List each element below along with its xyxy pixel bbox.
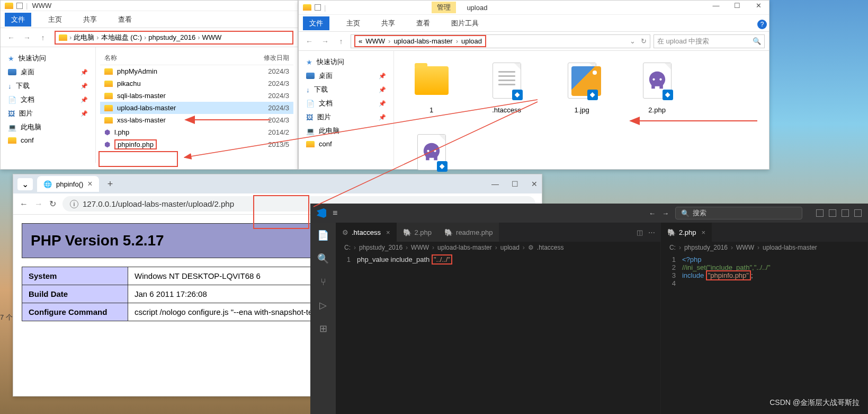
reload-button[interactable]: ↻ <box>49 199 56 209</box>
tab-2php[interactable]: 🐘2.php× <box>661 223 712 242</box>
minimize-button[interactable]: — <box>491 180 499 188</box>
col-name[interactable]: 名称 <box>104 54 117 63</box>
nav-back[interactable]: ← <box>649 209 656 217</box>
sidebar-thispc[interactable]: 💻此电脑 <box>5 120 91 134</box>
ribbon-home[interactable]: 主页 <box>44 13 66 27</box>
menu-icon[interactable]: ≡ <box>333 208 337 218</box>
crumb[interactable]: 此电脑 <box>74 33 94 42</box>
file-row[interactable]: sqli-labs-master2024/3 <box>100 90 293 102</box>
file-row[interactable]: pikachu2024/3 <box>100 77 293 90</box>
back-button[interactable]: ← <box>20 199 28 209</box>
code-area[interactable]: 1 php_value include_path "../../" <box>336 253 660 266</box>
crumb[interactable]: upload-labs-master <box>393 37 452 45</box>
ribbon-view[interactable]: 查看 <box>114 13 136 27</box>
sidebar-conf[interactable]: conf <box>303 138 389 150</box>
tab-readme[interactable]: 🐘readme.php <box>438 223 499 242</box>
breadcrumb[interactable]: C:› phpstudy_2016› WWW› upload-labs-mast… <box>661 242 867 253</box>
ribbon-file[interactable]: 文件 <box>5 13 31 27</box>
ribbon-share[interactable]: 共享 <box>377 16 399 30</box>
up-button[interactable]: ↑ <box>37 31 49 44</box>
ribbon-share[interactable]: 共享 <box>79 13 101 27</box>
panel-icon[interactable] <box>854 209 862 217</box>
tab-2php[interactable]: 🐘2.php <box>397 223 439 242</box>
sidebar-desktop[interactable]: 桌面📌 <box>5 65 91 79</box>
minimize-button[interactable]: — <box>708 2 724 10</box>
explorer-icon[interactable]: 📄 <box>317 229 329 242</box>
back-button[interactable]: ← <box>5 31 17 44</box>
browser-tab[interactable]: 🌐 phpinfo() × <box>37 176 99 192</box>
sidebar-desktop[interactable]: 桌面📌 <box>303 69 389 83</box>
panel-icon[interactable] <box>829 209 836 217</box>
quick-access[interactable]: ★快速访问 <box>5 51 91 65</box>
icon-item[interactable]: 1.jpg <box>553 59 611 114</box>
chevron-icon: › <box>96 33 99 41</box>
icon-item[interactable]: .htaccess <box>478 59 536 114</box>
crumb[interactable]: phpstudy_2016 <box>148 33 195 41</box>
sidebar-pictures[interactable]: 🖼图片📌 <box>303 110 389 124</box>
crumb[interactable]: upload <box>461 37 482 45</box>
panel-icon[interactable] <box>816 209 824 217</box>
search-icon[interactable]: 🔍 <box>317 252 329 265</box>
close-button[interactable]: ✕ <box>750 2 767 10</box>
debug-icon[interactable]: ▷ <box>317 299 329 312</box>
code-area[interactable]: 1 2 3 4 <?php //ini_set("include_path","… <box>661 253 867 289</box>
sidebar-downloads[interactable]: ↓下载📌 <box>303 83 389 96</box>
split-icon[interactable]: ◫ <box>637 228 643 236</box>
file-row[interactable]: ⬢l.php2014/2 <box>100 126 293 138</box>
checkbox-icon[interactable] <box>315 4 321 11</box>
tab-dropdown[interactable]: ⌄ <box>17 178 33 190</box>
ribbon-home[interactable]: 主页 <box>342 16 364 30</box>
help-icon[interactable]: ? <box>757 20 767 29</box>
forward-button[interactable]: → <box>21 31 33 44</box>
tab-htaccess[interactable]: ⚙.htaccess× <box>336 223 397 242</box>
info-icon[interactable]: i <box>70 200 78 208</box>
dropdown-icon[interactable]: ⌄ <box>630 37 636 45</box>
close-tab-icon[interactable]: × <box>87 179 92 189</box>
forward-button[interactable]: → <box>319 35 332 48</box>
sidebar-thispc[interactable]: 💻此电脑 <box>303 124 389 138</box>
sidebar-documents[interactable]: 📄文档📌 <box>5 93 91 107</box>
manage-tab[interactable]: 管理 <box>432 2 456 13</box>
cell-key: System <box>22 267 128 285</box>
icon-item[interactable]: 2.php <box>628 59 686 114</box>
search-input[interactable]: 在 upload 中搜索 🔍 <box>654 34 765 48</box>
crumb[interactable]: WWW <box>365 37 385 45</box>
back-button[interactable]: ← <box>303 35 316 48</box>
sidebar-downloads[interactable]: ↓下载📌 <box>5 79 91 93</box>
file-name: xss-labs-master <box>117 116 166 124</box>
icon-item[interactable]: 1 <box>402 59 461 114</box>
sidebar-conf[interactable]: conf <box>5 134 91 146</box>
close-icon[interactable]: × <box>701 228 705 236</box>
breadcrumb[interactable]: › 此电脑 › 本地磁盘 (C:) › phpstudy_2016 › WWW <box>55 31 293 45</box>
up-button[interactable]: ↑ <box>335 35 347 48</box>
crumb[interactable]: WWW <box>202 33 222 41</box>
sidebar-documents[interactable]: 📄文档📌 <box>303 96 389 110</box>
maximize-button[interactable]: ☐ <box>512 180 518 188</box>
crumb[interactable]: 本地磁盘 (C:) <box>101 33 142 42</box>
checkbox-icon[interactable] <box>16 3 23 9</box>
file-row[interactable]: ⬢phpinfo.php2013/5 <box>100 138 293 151</box>
command-search[interactable]: 🔍搜索 <box>675 207 802 219</box>
more-icon[interactable]: ⋯ <box>648 228 655 236</box>
ribbon-pictools[interactable]: 图片工具 <box>447 16 483 30</box>
ribbon-file[interactable]: 文件 <box>303 16 329 30</box>
breadcrumb[interactable]: C:› phpstudy_2016› WWW› upload-labs-mast… <box>336 242 660 253</box>
close-icon[interactable]: × <box>386 228 390 236</box>
file-row[interactable]: upload-labs-master2024/3 <box>100 102 293 114</box>
file-row[interactable]: phpMyAdmin2024/3 <box>100 65 293 77</box>
extensions-icon[interactable]: ⊞ <box>317 322 329 335</box>
ribbon-view[interactable]: 查看 <box>412 16 434 30</box>
refresh-icon[interactable]: ↻ <box>641 37 647 45</box>
file-row[interactable]: xss-labs-master2024/3 <box>100 114 293 126</box>
new-tab-button[interactable]: + <box>103 179 118 190</box>
col-date[interactable]: 修改日期 <box>264 54 289 63</box>
nav-forward[interactable]: → <box>662 209 669 217</box>
maximize-button[interactable]: ☐ <box>729 2 746 10</box>
close-button[interactable]: ✕ <box>531 180 538 188</box>
forward-button[interactable]: → <box>34 199 43 209</box>
panel-icon[interactable] <box>842 209 849 217</box>
source-control-icon[interactable]: ⑂ <box>317 276 329 288</box>
breadcrumb[interactable]: « WWW › upload-labs-master › upload ⌄ ↻ <box>351 34 650 48</box>
quick-access[interactable]: ★快速访问 <box>303 55 389 69</box>
sidebar-pictures[interactable]: 🖼图片📌 <box>5 107 91 120</box>
